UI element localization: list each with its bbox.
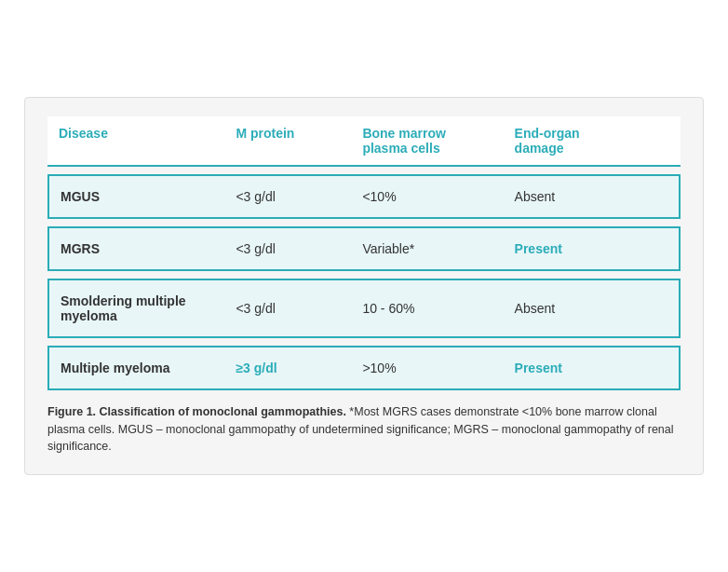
spacer-4 (47, 390, 681, 398)
header-mprotein: M protein (224, 116, 351, 167)
spacer-0 (47, 167, 681, 174)
figure-container: Disease M protein Bone marrow plasma cel… (24, 97, 704, 475)
mgus-disease: MGUS (47, 174, 224, 219)
header-bm-line1: Bone marrow (362, 126, 445, 141)
mm-mprotein: ≥3 g/dl (224, 346, 351, 390)
table-row-smm: Smoldering multiple myeloma <3 g/dl 10 -… (47, 279, 681, 338)
table-header-row: Disease M protein Bone marrow plasma cel… (47, 116, 681, 167)
mgus-eod: Absent (504, 174, 681, 219)
smm-disease: Smoldering multiple myeloma (47, 279, 224, 338)
header-bm: Bone marrow plasma cells (351, 116, 503, 167)
mm-disease: Multiple myeloma (47, 346, 224, 390)
header-disease: Disease (47, 116, 224, 167)
mgrs-mprotein: <3 g/dl (224, 226, 351, 271)
table-row-mgrs: MGRS <3 g/dl Variable* Present (47, 226, 681, 271)
mgrs-eod: Present (504, 226, 681, 271)
mgrs-bm: Variable* (351, 226, 503, 271)
header-eod: End-organ damage (504, 116, 681, 167)
classification-table: Disease M protein Bone marrow plasma cel… (47, 116, 681, 398)
header-eod-line1: End-organ (515, 126, 580, 141)
table-row-mgus: MGUS <3 g/dl <10% Absent (47, 174, 681, 219)
smm-mprotein: <3 g/dl (224, 279, 351, 338)
caption-label: Figure 1. Classification of monoclonal g… (47, 405, 346, 418)
spacer-3 (47, 338, 681, 346)
table-row-mm: Multiple myeloma ≥3 g/dl >10% Present (47, 346, 681, 390)
spacer-2 (47, 271, 681, 279)
smm-bm: 10 - 60% (351, 279, 503, 338)
figure-caption: Figure 1. Classification of monoclonal g… (47, 403, 681, 456)
mm-bm: >10% (351, 346, 503, 390)
smm-eod: Absent (504, 279, 681, 338)
mgrs-disease: MGRS (47, 226, 224, 271)
header-eod-line2: damage (515, 141, 564, 156)
mm-eod: Present (504, 346, 681, 390)
mgus-bm: <10% (351, 174, 503, 219)
header-bm-line2: plasma cells (362, 141, 439, 156)
spacer-1 (47, 219, 681, 226)
mgus-mprotein: <3 g/dl (224, 174, 351, 219)
